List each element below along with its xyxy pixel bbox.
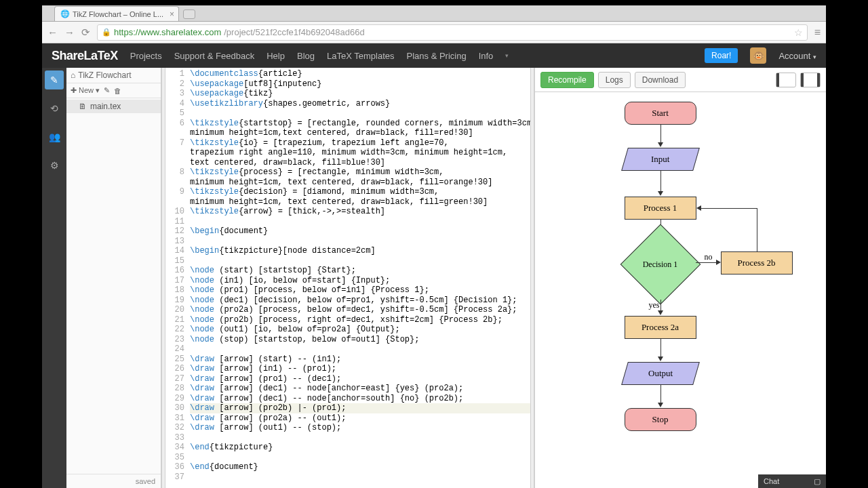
file-panel: ⌂ TikZ Flowchart ✚ New ▾ ✎ 🗑 🗎 main.tex … xyxy=(66,68,161,488)
roar-button[interactable]: Roar! xyxy=(705,48,738,63)
app-topbar: ShareLaTeX Projects Support & Feedback H… xyxy=(42,43,826,68)
code-content[interactable]: \documentclass{article} \usepackage[utf8… xyxy=(190,69,530,488)
node-output: Output xyxy=(621,362,700,385)
bookmark-icon[interactable]: ☆ xyxy=(794,27,803,38)
nav-projects[interactable]: Projects xyxy=(130,51,162,61)
browser-menu-icon[interactable]: ≡ xyxy=(814,26,821,39)
file-name: main.tex xyxy=(90,102,121,111)
forward-button[interactable]: → xyxy=(64,26,75,38)
url-input[interactable]: 🔒 https://www.sharelatex.com/project/521… xyxy=(97,24,808,41)
mascot-icon: 🐵 xyxy=(750,47,766,64)
view-split-icon[interactable] xyxy=(800,73,821,87)
brand-logo[interactable]: ShareLaTeX xyxy=(52,49,118,63)
browser-tab-strip: 🌐 TikZ Flowchart – Online L... × xyxy=(42,5,826,22)
close-icon[interactable]: × xyxy=(170,9,174,19)
back-button[interactable]: ← xyxy=(47,26,58,38)
rail-edit-icon[interactable]: ✎ xyxy=(45,70,64,89)
edge-label-no: no xyxy=(705,252,713,262)
node-process2b: Process 2b xyxy=(721,251,793,274)
preview-panel: Recompile Logs Download Start Input xyxy=(534,68,826,488)
chat-bar[interactable]: Chat ▢ xyxy=(758,474,826,488)
rail-history-icon[interactable]: ⟲ xyxy=(45,99,64,118)
new-tab-button[interactable] xyxy=(183,9,195,19)
file-item[interactable]: 🗎 main.tex xyxy=(66,100,161,113)
page-icon: 🌐 xyxy=(60,9,70,18)
line-gutter: 1 2 3 4 5 6 7 8 9 10 11 12 13 14 15 16 1… xyxy=(165,69,190,488)
view-single-icon[interactable] xyxy=(776,73,796,87)
home-icon: ⌂ xyxy=(71,70,75,80)
project-name: TikZ Flowchart xyxy=(78,70,131,80)
edge-label-yes: yes xyxy=(649,300,660,310)
account-menu[interactable]: Account ▾ xyxy=(778,51,816,61)
rename-icon[interactable]: ✎ xyxy=(104,86,110,95)
nav-blog[interactable]: Blog xyxy=(297,51,315,61)
file-icon: 🗎 xyxy=(79,102,87,111)
node-decision1: Decision 1 xyxy=(620,224,701,305)
rail-share-icon[interactable]: 👥 xyxy=(45,127,64,146)
nav-templates[interactable]: LaTeX Templates xyxy=(327,51,395,61)
url-path: /project/521f2ccfe1f4b692048ad66d xyxy=(224,27,364,37)
new-file-button[interactable]: ✚ New ▾ xyxy=(71,86,100,95)
preview-toolbar: Recompile Logs Download xyxy=(535,68,826,92)
recompile-button[interactable]: Recompile xyxy=(540,72,594,88)
nav-support[interactable]: Support & Feedback xyxy=(174,51,255,61)
chat-label: Chat xyxy=(764,477,779,485)
tab-title: TikZ Flowchart – Online L... xyxy=(73,10,163,18)
download-button[interactable]: Download xyxy=(635,72,686,88)
address-bar: ← → ⟳ 🔒 https://www.sharelatex.com/proje… xyxy=(42,22,826,43)
left-icon-rail: ✎ ⟲ 👥 ⚙ xyxy=(42,68,66,488)
nav-pricing[interactable]: Plans & Pricing xyxy=(407,51,467,61)
node-stop: Stop xyxy=(625,408,696,431)
node-start: Start xyxy=(625,102,696,125)
save-status: saved xyxy=(66,474,161,488)
node-input: Input xyxy=(621,148,700,171)
url-host: https://www.sharelatex.com xyxy=(114,27,221,37)
nav-help[interactable]: Help xyxy=(267,51,285,61)
logs-button[interactable]: Logs xyxy=(598,72,631,88)
nav-info[interactable]: Info xyxy=(479,51,494,61)
node-process2a: Process 2a xyxy=(625,316,696,339)
delete-icon[interactable]: 🗑 xyxy=(114,87,121,95)
chat-expand-icon: ▢ xyxy=(814,477,821,486)
code-editor[interactable]: 1 2 3 4 5 6 7 8 9 10 11 12 13 14 15 16 1… xyxy=(165,68,530,488)
pdf-preview[interactable]: Start Input Process 1 Decision 1 yes no xyxy=(535,92,826,488)
browser-tab[interactable]: 🌐 TikZ Flowchart – Online L... × xyxy=(54,6,179,21)
rail-settings-icon[interactable]: ⚙ xyxy=(45,156,64,175)
lock-icon: 🔒 xyxy=(102,28,111,37)
reload-button[interactable]: ⟳ xyxy=(81,26,90,39)
node-process1: Process 1 xyxy=(625,197,696,220)
